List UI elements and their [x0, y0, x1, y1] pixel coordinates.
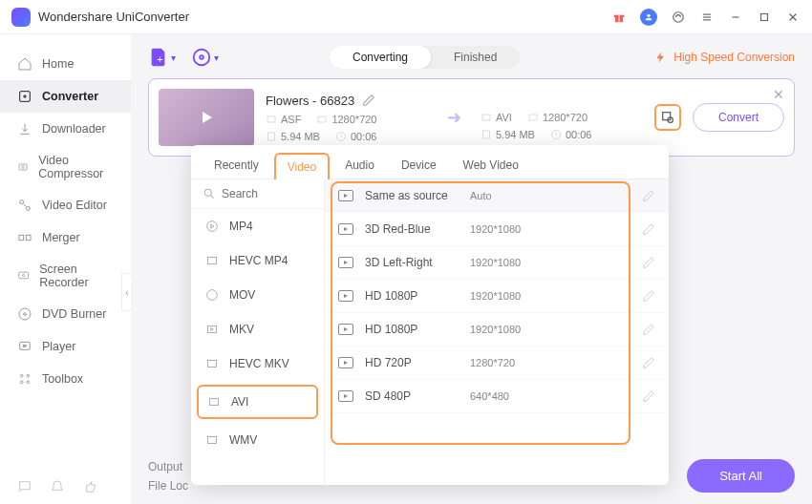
preset-same-source[interactable]: Same as sourceAuto	[325, 179, 669, 213]
svg-point-20	[19, 308, 31, 320]
svg-point-14	[20, 200, 24, 204]
edit-name-icon[interactable]	[362, 94, 375, 107]
edit-preset-icon[interactable]	[642, 289, 655, 303]
video-icon	[338, 223, 353, 235]
maximize-icon[interactable]	[757, 10, 772, 25]
svg-point-3	[647, 13, 650, 16]
svg-point-26	[27, 381, 30, 384]
dd-tab-device[interactable]: Device	[390, 153, 448, 178]
sidebar-item-player[interactable]: Player	[0, 330, 131, 363]
sidebar-item-converter[interactable]: Converter	[0, 80, 131, 113]
edit-preset-icon[interactable]	[642, 356, 655, 369]
edit-preset-icon[interactable]	[642, 389, 655, 403]
fmt-hevc-mp4[interactable]: HEVC MP4	[191, 243, 324, 278]
search-input[interactable]	[222, 187, 298, 200]
minimize-icon[interactable]	[728, 10, 743, 25]
file-name: Flowers - 66823	[266, 94, 354, 108]
notification-icon[interactable]	[50, 479, 65, 494]
svg-point-15	[26, 206, 30, 210]
dd-tab-web[interactable]: Web Video	[452, 153, 530, 178]
dd-tab-audio[interactable]: Audio	[333, 153, 386, 178]
sidebar-item-compressor[interactable]: Video Compressor	[0, 145, 131, 189]
sidebar-label: DVD Burner	[42, 307, 106, 321]
sidebar-label: Converter	[42, 90, 98, 103]
collapse-sidebar-button[interactable]: ‹	[121, 273, 133, 311]
tab-finished[interactable]: Finished	[431, 46, 520, 69]
svg-point-40	[204, 189, 211, 196]
edit-preset-icon[interactable]	[642, 222, 655, 236]
svg-rect-18	[19, 272, 29, 279]
fmt-wmv[interactable]: WMV	[191, 423, 324, 457]
svg-line-41	[211, 196, 214, 199]
menu-icon[interactable]	[699, 10, 715, 25]
svg-rect-9	[761, 13, 768, 20]
video-icon	[338, 390, 353, 402]
sidebar-label: Video Editor	[42, 199, 107, 212]
close-icon[interactable]	[785, 10, 801, 25]
preset-hd720[interactable]: HD 720P1280*720	[325, 346, 669, 380]
like-icon[interactable]	[82, 479, 97, 494]
feedback-icon[interactable]	[17, 479, 32, 494]
video-icon	[338, 190, 353, 201]
svg-point-19	[22, 274, 24, 276]
titlebar: Wondershare UniConverter	[0, 0, 812, 34]
user-icon[interactable]	[640, 9, 657, 26]
dd-tab-video[interactable]: Video	[274, 153, 330, 179]
gift-icon[interactable]	[611, 10, 627, 25]
sidebar-item-home[interactable]: Home	[0, 48, 131, 80]
sidebar-item-dvd[interactable]: DVD Burner	[0, 298, 131, 330]
sidebar-label: Merger	[42, 231, 80, 244]
svg-point-25	[20, 381, 23, 384]
high-speed-link[interactable]: High Speed Conversion	[654, 51, 795, 64]
svg-point-21	[24, 313, 27, 316]
dst-format: AVI	[496, 112, 512, 123]
arrow-icon: ➜	[447, 107, 461, 128]
svg-rect-47	[209, 399, 218, 406]
add-dvd-button[interactable]: ▾	[191, 47, 219, 68]
status-segment: Converting Finished	[330, 46, 520, 69]
sidebar-item-toolbox[interactable]: Toolbox	[0, 363, 131, 395]
edit-preset-icon[interactable]	[642, 323, 655, 336]
sidebar-item-recorder[interactable]: Screen Recorder	[0, 254, 131, 298]
preset-hd1080-2[interactable]: HD 1080P1920*1080	[325, 313, 669, 346]
svg-rect-32	[267, 133, 274, 140]
video-thumbnail[interactable]	[159, 89, 254, 146]
start-all-button[interactable]: Start All	[687, 459, 795, 493]
preset-3d-leftright[interactable]: 3D Left-Right1920*1080	[325, 246, 669, 280]
fmt-hevc-mkv[interactable]: HEVC MKV	[191, 346, 324, 381]
edit-preset-icon[interactable]	[642, 256, 655, 269]
sidebar-label: Video Compressor	[38, 154, 114, 180]
dst-res: 1280*720	[543, 112, 588, 123]
tab-converting[interactable]: Converting	[330, 46, 431, 69]
svg-point-23	[20, 374, 23, 377]
sidebar-item-editor[interactable]: Video Editor	[0, 189, 131, 221]
svg-point-4	[673, 11, 684, 22]
svg-point-29	[200, 55, 203, 59]
fmt-mov[interactable]: MOV	[191, 278, 324, 312]
src-size: 5.94 MB	[281, 131, 320, 142]
fmt-mp4[interactable]: MP4	[191, 209, 324, 243]
add-file-button[interactable]: +▾	[148, 47, 176, 68]
svg-point-44	[207, 290, 218, 301]
convert-button[interactable]: Convert	[693, 103, 784, 132]
svg-text:+: +	[157, 53, 162, 65]
sidebar-item-downloader[interactable]: Downloader	[0, 113, 131, 145]
remove-file-button[interactable]: ✕	[773, 87, 784, 102]
output-settings-button[interactable]	[654, 104, 681, 131]
sidebar: Home Converter Downloader Video Compress…	[0, 34, 131, 504]
dd-tab-recently[interactable]: Recently	[203, 153, 270, 178]
sidebar-item-merger[interactable]: Merger	[0, 221, 131, 254]
preset-sd480[interactable]: SD 480P640*480	[325, 380, 669, 413]
preset-3d-redblue[interactable]: 3D Red-Blue1920*1080	[325, 213, 669, 246]
fmt-avi[interactable]: AVI	[197, 385, 318, 419]
video-icon	[338, 257, 353, 268]
preset-hd1080-1[interactable]: HD 1080P1920*1080	[325, 280, 669, 313]
svg-rect-36	[482, 131, 489, 138]
edit-preset-icon[interactable]	[642, 189, 655, 202]
fmt-mkv[interactable]: MKV	[191, 312, 324, 346]
footer-icons	[17, 479, 97, 494]
svg-point-28	[194, 50, 210, 66]
fileloc-label: File Loc	[148, 479, 188, 493]
preset-list: Same as sourceAuto 3D Red-Blue1920*1080 …	[325, 179, 669, 485]
support-icon[interactable]	[671, 10, 686, 25]
